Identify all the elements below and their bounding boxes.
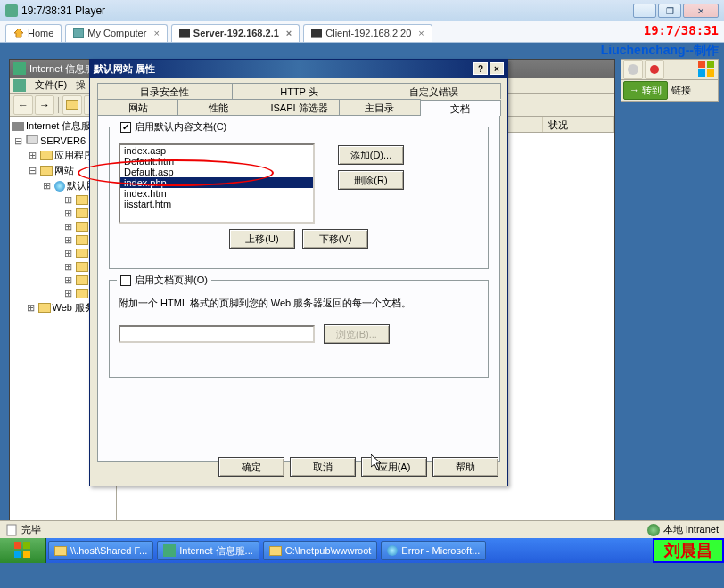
vm-tabbar: Home My Computer × Server-192.168.2.1 × … bbox=[0, 21, 724, 43]
fwd-button[interactable]: → bbox=[35, 95, 54, 115]
taskbar-item[interactable]: Internet 信息服... bbox=[157, 541, 259, 560]
movedown-button[interactable]: 下移(V) bbox=[302, 229, 368, 249]
tab-dirsec-label: 目录安全性 bbox=[140, 86, 189, 97]
add-button[interactable]: 添加(D)... bbox=[338, 145, 404, 165]
outer-maximize-button[interactable]: ❐ bbox=[658, 4, 681, 18]
menu-op[interactable]: 操 bbox=[76, 78, 86, 92]
tab-perf[interactable]: 性能 bbox=[177, 99, 259, 115]
outer-close-button[interactable]: ✕ bbox=[683, 4, 719, 18]
ie-stop-button[interactable] bbox=[645, 60, 664, 79]
up-button[interactable] bbox=[62, 95, 82, 115]
tab-docs[interactable]: 文档 bbox=[420, 100, 501, 116]
enable-footer-checkbox[interactable] bbox=[120, 275, 131, 286]
tab-dirsec[interactable]: 目录安全性 bbox=[97, 83, 233, 99]
tab-server[interactable]: Server-192.168.2.1 × bbox=[171, 24, 300, 42]
back-button[interactable]: ← bbox=[13, 95, 33, 115]
tab-http-label: HTTP 头 bbox=[280, 86, 318, 97]
tab-isapi-label: ISAPI 筛选器 bbox=[270, 102, 327, 113]
tab-homedir[interactable]: 主目录 bbox=[339, 99, 420, 115]
svg-rect-2 bbox=[179, 29, 190, 37]
svg-marker-1 bbox=[14, 29, 23, 37]
list-item[interactable]: iisstart.htm bbox=[120, 199, 313, 209]
tab-homedir-label: 主目录 bbox=[365, 102, 394, 113]
list-item[interactable]: Default.asp bbox=[120, 167, 313, 177]
footer-description: 附加一个 HTML 格式的页脚到您的 Web 服务器返回的每一个文档。 bbox=[119, 297, 479, 310]
svg-rect-13 bbox=[13, 79, 26, 92]
remove-button-label: 删除(R) bbox=[354, 174, 387, 187]
svg-rect-17 bbox=[14, 542, 21, 549]
list-item[interactable]: index.htm bbox=[120, 188, 313, 199]
footer-group: 启用文档页脚(O) 附加一个 HTML 格式的页脚到您的 Web 服务器返回的每… bbox=[109, 280, 489, 378]
author-name-box: 刘晨昌 bbox=[653, 538, 724, 563]
tab-site[interactable]: 网站 bbox=[97, 99, 178, 115]
taskbar-item[interactable]: C:\Inetpub\wwwroot bbox=[263, 541, 378, 560]
mmc-icon bbox=[13, 79, 26, 92]
menu-file[interactable]: 文件(F) bbox=[35, 78, 67, 92]
ie-status-bar: 完毕 本地 Intranet bbox=[0, 520, 724, 538]
iis-icon bbox=[163, 544, 176, 557]
svg-rect-10 bbox=[698, 69, 705, 77]
help-label: 帮助 bbox=[456, 461, 475, 474]
svg-rect-0 bbox=[5, 4, 18, 17]
tab-home[interactable]: Home bbox=[5, 24, 62, 42]
ie-toolbar-region: → 转到 链接 bbox=[621, 59, 719, 130]
taskbar-item[interactable]: Error - Microsoft... bbox=[381, 541, 486, 560]
go-button[interactable]: → 转到 bbox=[623, 81, 668, 100]
links-label: 链接 bbox=[671, 84, 691, 97]
tab-perf-label: 性能 bbox=[209, 102, 228, 113]
taskbar-item[interactable]: \\.host\Shared F... bbox=[48, 541, 153, 560]
folder-icon bbox=[40, 151, 53, 160]
back-icon bbox=[628, 64, 638, 75]
player-titlebar: 19:7/38:31 Player — ❐ ✕ bbox=[0, 0, 724, 21]
cancel-button[interactable]: 取消 bbox=[290, 457, 356, 477]
tab-site-label: 网站 bbox=[128, 102, 148, 113]
folder-icon bbox=[54, 546, 67, 556]
ie-back-button[interactable] bbox=[623, 60, 643, 79]
start-button[interactable] bbox=[0, 538, 46, 563]
computer-icon bbox=[26, 135, 38, 147]
list-item[interactable]: index.asp bbox=[120, 145, 313, 156]
moveup-button[interactable]: 上移(U) bbox=[229, 229, 295, 249]
status-zone: 本地 Intranet bbox=[663, 523, 719, 536]
tab-isapi[interactable]: ISAPI 筛选器 bbox=[259, 99, 340, 115]
enable-default-docs-checkbox[interactable]: ✔ bbox=[120, 122, 131, 133]
tab-client[interactable]: Client-192.168.2.20 × bbox=[303, 24, 432, 42]
dialog-content: ✔ 启用默认内容文档(C) index.asp Default.htm Defa… bbox=[97, 115, 500, 462]
vm-icon bbox=[179, 28, 190, 38]
folder-icon bbox=[40, 166, 53, 176]
tab-http[interactable]: HTTP 头 bbox=[232, 83, 367, 99]
list-item[interactable]: Default.htm bbox=[120, 156, 313, 167]
help-button[interactable]: 帮助 bbox=[432, 457, 498, 477]
svg-rect-11 bbox=[707, 69, 714, 77]
vm-icon bbox=[311, 28, 322, 38]
footer-path-input[interactable] bbox=[119, 325, 315, 343]
outer-minimize-button[interactable]: — bbox=[633, 4, 656, 18]
remove-button[interactable]: 删除(R) bbox=[338, 170, 404, 190]
dialog-titlebar[interactable]: 默认网站 属性 ? × bbox=[90, 60, 507, 78]
tab-mycomputer[interactable]: My Computer × bbox=[65, 24, 167, 42]
dialog-close-button[interactable]: × bbox=[490, 62, 504, 75]
dialog-help-button[interactable]: ? bbox=[473, 62, 488, 75]
tab-mycomputer-close[interactable]: × bbox=[153, 28, 159, 38]
default-docs-listbox[interactable]: index.asp Default.htm Default.asp index.… bbox=[119, 143, 315, 224]
windows-taskbar: \\.host\Shared F... Internet 信息服... C:\I… bbox=[0, 538, 724, 563]
list-item-selected[interactable]: index.php bbox=[120, 177, 313, 188]
start-icon bbox=[14, 542, 32, 559]
home-icon bbox=[13, 28, 24, 38]
svg-rect-16 bbox=[7, 525, 16, 535]
tab-server-close[interactable]: × bbox=[286, 28, 292, 38]
svg-rect-20 bbox=[23, 551, 30, 558]
svg-point-7 bbox=[650, 65, 659, 74]
site-icon bbox=[54, 181, 65, 192]
ok-button[interactable]: 确定 bbox=[218, 457, 284, 477]
taskbar-item-label: Error - Microsoft... bbox=[401, 545, 480, 556]
folder-icon bbox=[76, 249, 88, 258]
windows-flag-icon bbox=[698, 61, 716, 78]
stop-icon bbox=[649, 64, 660, 75]
tab-client-close[interactable]: × bbox=[418, 28, 424, 38]
tab-customerr[interactable]: 自定义错误 bbox=[366, 83, 501, 99]
col-status[interactable]: 状况 bbox=[543, 117, 614, 132]
watermark-text: Liuchenchang--制作 bbox=[601, 43, 719, 59]
status-done: 完毕 bbox=[21, 523, 41, 536]
page-icon bbox=[5, 524, 18, 536]
